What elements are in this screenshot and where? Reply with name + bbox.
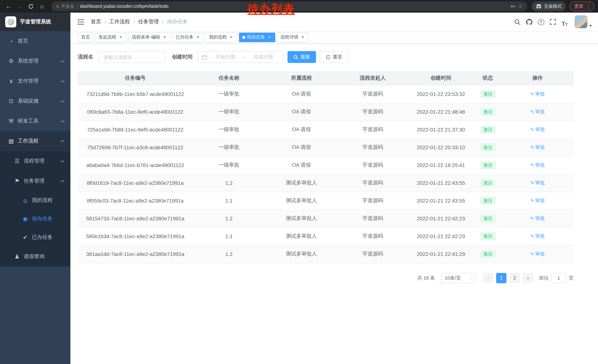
approve-button[interactable]: ✎审批 — [530, 108, 545, 115]
process-name-input[interactable] — [99, 51, 165, 63]
approve-button[interactable]: ✎审批 — [530, 251, 545, 257]
col-header-task-id: 任务编号 — [78, 71, 193, 85]
sidebar-item-infrastructure[interactable]: ⊡ 基础设施 — [0, 91, 70, 111]
home-icon[interactable]: ⌂ — [37, 1, 47, 11]
approve-label: 审批 — [535, 251, 545, 257]
tab-close-icon[interactable]: × — [300, 35, 305, 40]
fullscreen-icon[interactable] — [548, 17, 558, 27]
search-button[interactable]: 搜索 — [288, 51, 316, 63]
cell-created-time: 2022-01-22 20:33:10 — [408, 138, 474, 156]
edit-icon: ✎ — [530, 145, 534, 150]
refresh-icon — [326, 55, 331, 59]
update-button[interactable]: 更新 ⋮ — [569, 1, 594, 11]
cell-process: OA 请假 — [265, 103, 338, 121]
page-button-1[interactable]: 1 — [496, 273, 507, 283]
tab[interactable]: 我的流程 × — [206, 32, 237, 42]
tab[interactable]: 发起流程 × — [95, 32, 127, 42]
monitor-icon: ⊡ — [8, 98, 15, 105]
approve-button[interactable]: ✎审批 — [530, 233, 545, 240]
tab-close-icon[interactable]: × — [195, 35, 200, 40]
font-size-icon[interactable]: TT — [559, 17, 570, 27]
tab-close-icon[interactable]: × — [229, 35, 234, 40]
sidebar-item-task-management[interactable]: ⚑ 任务管理 — [0, 171, 70, 191]
sidebar-item-system[interactable]: ⚙ 系统管理 — [0, 51, 70, 71]
person-chat-icon: ☺ — [22, 197, 29, 203]
total-count: 共 16 条 — [417, 275, 435, 281]
approve-button[interactable]: ✎审批 — [530, 126, 545, 133]
next-page-button[interactable]: › — [523, 273, 533, 283]
prev-page-button[interactable]: ‹ — [483, 273, 493, 283]
date-range-picker[interactable]: 开始日期 - 结束日期 — [198, 51, 283, 63]
tab-active-dot — [242, 36, 245, 39]
tab[interactable]: 首页 — [78, 32, 93, 42]
end-date-placeholder[interactable]: 结束日期 — [248, 54, 279, 60]
sidebar-item-todo-task[interactable]: ◉ 待办任务 — [0, 210, 70, 228]
sidebar-item-label: 基础设施 — [18, 98, 39, 105]
sidebar-item-label: 待办任务 — [32, 216, 53, 222]
url-text[interactable]: dashboard.yudao.iocoder.cn/bpm/task/todo — [80, 4, 169, 9]
sidebar-item-done-task[interactable]: ✔ 已办任务 — [0, 228, 70, 247]
not-secure-warning[interactable]: ⚠ 不安全 — [56, 3, 75, 9]
breadcrumb-task-management[interactable]: 任务管理 — [138, 18, 159, 25]
tab[interactable]: 已办任务 × — [172, 32, 204, 42]
approve-label: 审批 — [535, 233, 545, 240]
forward-icon[interactable]: → — [15, 1, 25, 11]
approve-label: 审批 — [535, 180, 545, 186]
bookmark-star-icon[interactable]: ☆ — [518, 3, 523, 9]
cell-actions: ✎审批 — [502, 156, 573, 174]
sidebar-item-devtools[interactable]: ⚒ 研发工具 — [0, 111, 70, 131]
reset-button[interactable]: 重置 — [320, 51, 348, 63]
gear-icon: ⚙ — [8, 58, 15, 65]
password-key-icon[interactable] — [510, 4, 515, 9]
cell-initiator: 芋道源码 — [338, 227, 408, 245]
sidebar-item-workflow[interactable]: ▤ 工作流程 — [0, 131, 70, 151]
status-badge: 激活 — [480, 126, 496, 134]
address-bar[interactable]: ⚠ 不安全 dashboard.yudao.iocoder.cn/bpm/tas… — [51, 1, 527, 11]
github-icon[interactable] — [524, 17, 534, 27]
sidebar-item-home[interactable]: ◔ 首页 — [0, 31, 70, 51]
status-badge: 激活 — [480, 232, 496, 240]
cell-status: 激活 — [474, 174, 502, 192]
tab[interactable]: 待办任务 × — [239, 32, 275, 42]
approve-button[interactable]: ✎审批 — [530, 91, 545, 97]
cell-task-name: 一级审批 — [193, 138, 265, 156]
sidebar-item-my-process[interactable]: ☺ 我的流程 — [0, 191, 70, 210]
approve-button[interactable]: ✎审批 — [530, 144, 545, 151]
tab-close-icon[interactable]: × — [118, 35, 123, 40]
reload-icon[interactable] — [26, 1, 36, 11]
browser-menu-icon[interactable]: ⋮ — [586, 3, 591, 9]
sidebar-item-payment[interactable]: ¥ 支付管理 — [0, 71, 70, 91]
cell-process: 测试多审批人 — [265, 227, 338, 245]
sidebar-item-leave-query[interactable]: ♟ 请假查询 — [0, 247, 70, 267]
tab[interactable]: 流程表单-编辑 × — [129, 32, 170, 42]
tab[interactable]: 流程详情 × — [277, 32, 309, 42]
browser-toolbar: ← → ⌂ ⚠ 不安全 dashboard.yudao.iocoder.cn/b… — [0, 0, 598, 13]
sidebar-item-process-management[interactable]: ☰ 流程管理 — [0, 151, 70, 171]
app-logo-row[interactable]: 芋道管理系统 — [0, 13, 70, 31]
caret-down-icon: ▼ — [589, 24, 592, 29]
sidebar-item-label: 研发工具 — [18, 118, 39, 124]
tab-close-icon[interactable]: × — [267, 35, 272, 40]
tab-close-icon[interactable]: × — [162, 35, 167, 40]
approve-button[interactable]: ✎审批 — [530, 180, 545, 186]
col-header-actions: 操作 — [502, 71, 573, 85]
page-size-select[interactable]: 10条/页 — [441, 273, 476, 283]
user-menu[interactable]: ▼ — [574, 15, 592, 29]
help-icon[interactable]: ? — [536, 17, 546, 27]
sidebar-toggle-icon[interactable] — [76, 18, 86, 26]
status-badge: 激活 — [480, 143, 496, 152]
cell-created-time: 2022-01-22 21:37:30 — [408, 121, 474, 138]
breadcrumb-home[interactable]: 首页 — [91, 18, 101, 25]
approve-button[interactable]: ✎审批 — [530, 197, 545, 204]
goto-page-input[interactable] — [551, 273, 566, 283]
breadcrumb-workflow[interactable]: 工作流程 — [109, 18, 130, 25]
approve-button[interactable]: ✎审批 — [530, 162, 545, 169]
cell-actions: ✎审批 — [502, 138, 573, 156]
approve-button[interactable]: ✎审批 — [530, 215, 545, 222]
cell-created-time: 2022-01-22 21:48:48 — [408, 103, 474, 121]
search-icon[interactable] — [512, 17, 523, 27]
cell-created-time: 2022-01-21 22:41:29 — [408, 245, 474, 263]
page-button-2[interactable]: 2 — [509, 273, 520, 283]
start-date-placeholder[interactable]: 开始日期 — [210, 54, 241, 60]
back-icon[interactable]: ← — [4, 1, 13, 11]
